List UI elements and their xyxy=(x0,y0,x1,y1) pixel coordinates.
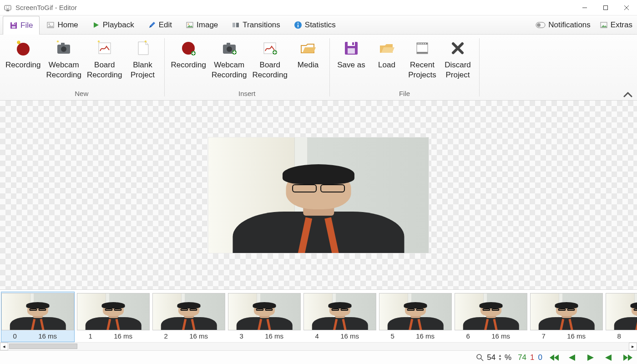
frame-index: 4 xyxy=(307,332,327,340)
frame-image xyxy=(152,293,225,330)
preview-canvas[interactable] xyxy=(0,101,637,289)
frame-thumbnail[interactable]: 716 ms xyxy=(530,292,603,342)
filmstrip-icon xyxy=(413,39,431,57)
tab-image[interactable]: Image xyxy=(179,15,225,34)
saveas-button[interactable]: Save as xyxy=(334,36,369,88)
counter-b: 0 xyxy=(538,353,542,362)
last-frame-button[interactable] xyxy=(622,354,634,362)
minimize-button[interactable] xyxy=(574,0,595,15)
new-recording-button[interactable]: Recording xyxy=(3,36,44,88)
picture-icon xyxy=(46,21,55,29)
recent-projects-button[interactable]: Recent Projects xyxy=(404,36,440,88)
new-board-button[interactable]: Board Recording xyxy=(84,36,125,88)
frame-thumbnail[interactable]: 116 ms xyxy=(76,292,150,342)
insert-recording-label: Recording xyxy=(171,60,207,70)
next-frame-button[interactable] xyxy=(603,354,616,362)
tab-edit[interactable]: Edit xyxy=(141,15,179,34)
tab-home[interactable]: Home xyxy=(40,15,85,34)
save-icon xyxy=(342,39,360,57)
total-frames: 74 xyxy=(518,353,526,362)
scroll-handle[interactable] xyxy=(9,344,77,349)
play-button[interactable] xyxy=(585,354,598,362)
svg-point-27 xyxy=(61,46,66,52)
ribbon-separator xyxy=(164,38,165,96)
ribbon-tabs: File Home Playback Edit Image Transition… xyxy=(0,15,637,35)
close-button[interactable] xyxy=(616,0,637,15)
window-title: ScreenToGif - Editor xyxy=(15,4,77,11)
frame-thumbnail[interactable]: 216 ms xyxy=(152,292,226,342)
tab-file-label: File xyxy=(20,21,33,30)
insert-board-button[interactable]: Board Recording xyxy=(250,36,291,88)
frame-image xyxy=(606,293,637,330)
new-blank-label: Blank Project xyxy=(131,60,155,80)
frame-image xyxy=(228,293,301,330)
first-frame-button[interactable] xyxy=(549,354,561,362)
frame-index: 8 xyxy=(609,332,629,340)
scroll-right-button[interactable]: ▸ xyxy=(629,343,637,350)
extras-button[interactable]: Extras xyxy=(595,15,637,34)
previous-frame-button[interactable] xyxy=(567,354,580,362)
folder-open-icon xyxy=(378,39,396,57)
frame-thumbnail[interactable]: 516 ms xyxy=(379,292,452,342)
svg-rect-55 xyxy=(425,43,426,44)
frame-duration: 16 ms xyxy=(25,332,71,340)
maximize-button[interactable] xyxy=(595,0,616,15)
insert-recording-button[interactable]: Recording xyxy=(168,36,209,88)
new-blank-button[interactable]: Blank Project xyxy=(125,36,161,88)
record-icon xyxy=(14,39,32,57)
current-frame-preview xyxy=(208,137,429,253)
frame-duration: 16 ms xyxy=(100,332,146,340)
extras-label: Extras xyxy=(611,20,632,30)
tab-transitions[interactable]: Transitions xyxy=(225,15,287,34)
zoom-control[interactable]: 54 ▲▼ % xyxy=(476,353,511,362)
ribbon-group-insert-label: Insert xyxy=(168,88,326,100)
notifications-button[interactable]: Notifications xyxy=(531,15,595,34)
insert-media-button[interactable]: Media xyxy=(290,36,326,88)
svg-rect-39 xyxy=(233,52,236,53)
scroll-left-button[interactable]: ◂ xyxy=(0,343,8,350)
svg-line-59 xyxy=(481,359,483,361)
discard-project-button[interactable]: Discard Project xyxy=(440,36,475,88)
counter-a: 1 xyxy=(530,353,534,362)
svg-rect-16 xyxy=(233,23,235,27)
notifications-label: Notifications xyxy=(548,20,591,30)
frame-index: 7 xyxy=(534,332,553,340)
app-icon xyxy=(4,4,12,12)
ribbon-group-file: Save as Load Recent Projects Discard Pro… xyxy=(331,35,478,100)
magnifier-icon xyxy=(476,354,484,362)
new-webcam-button[interactable]: Webcam Recording xyxy=(44,36,85,88)
frame-index: 3 xyxy=(232,332,251,340)
collapse-ribbon-button[interactable] xyxy=(623,91,632,97)
frame-image xyxy=(77,293,150,330)
tab-statistics[interactable]: Statistics xyxy=(287,15,343,34)
zoom-stepper[interactable]: ▲▼ xyxy=(498,354,502,361)
frame-thumbnail[interactable]: 616 ms xyxy=(454,292,528,342)
pencil-icon xyxy=(148,21,156,29)
insert-board-label: Board Recording xyxy=(253,60,288,80)
svg-rect-10 xyxy=(14,23,15,24)
load-button[interactable]: Load xyxy=(369,36,404,88)
picture-icon xyxy=(186,21,194,29)
scroll-track[interactable] xyxy=(8,343,629,350)
tab-playback[interactable]: Playback xyxy=(85,15,141,34)
svg-rect-52 xyxy=(420,43,420,44)
svg-rect-36 xyxy=(227,43,230,45)
frame-image xyxy=(530,293,603,330)
zoom-value: 54 xyxy=(487,353,495,362)
svg-rect-1 xyxy=(6,10,9,11)
frame-thumbnail[interactable]: 316 ms xyxy=(228,292,301,342)
svg-rect-11 xyxy=(12,26,15,28)
svg-rect-33 xyxy=(192,53,195,54)
webcam-add-icon xyxy=(220,39,238,57)
timeline-scrollbar[interactable]: ◂ ▸ xyxy=(0,342,637,350)
new-webcam-label: Webcam Recording xyxy=(46,60,82,80)
frame-thumbnail[interactable]: 816 ms xyxy=(605,292,637,342)
tab-file[interactable]: File xyxy=(3,16,40,35)
svg-point-13 xyxy=(49,24,50,25)
insert-webcam-button[interactable]: Webcam Recording xyxy=(209,36,250,88)
frame-thumbnail[interactable]: 016 ms xyxy=(1,292,75,342)
board-icon xyxy=(96,39,114,57)
svg-point-22 xyxy=(537,23,541,27)
frame-thumbnail[interactable]: 416 ms xyxy=(303,292,377,342)
frame-thumbnails: 016 ms116 ms216 ms316 ms416 ms516 ms616 … xyxy=(0,290,637,342)
